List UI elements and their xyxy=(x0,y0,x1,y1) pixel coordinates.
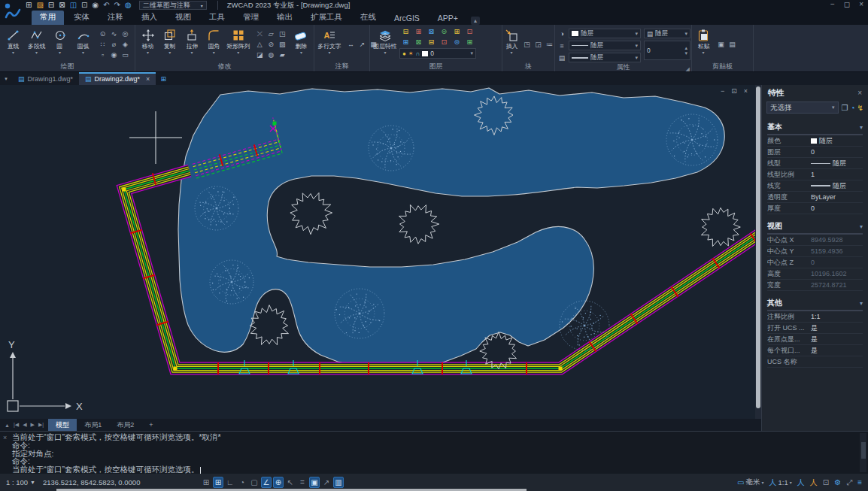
layout-nav-icon[interactable]: ▲ xyxy=(5,423,10,428)
small-tool-icon[interactable]: ⤫ xyxy=(254,29,266,39)
document-tab-Drawing2dwg[interactable]: ▤Drawing2.dwg*× xyxy=(79,72,156,85)
cycle-icon[interactable]: ↗ xyxy=(321,477,332,488)
property-row[interactable]: 线宽随层 xyxy=(767,180,863,192)
command-scrollbar[interactable] xyxy=(860,433,866,472)
annotation-autoscale-icon[interactable]: 人 xyxy=(810,477,818,488)
workspace-dropdown[interactable]: 二维草图与注释 ▾ xyxy=(139,1,207,10)
quick-calc-icon[interactable]: ↯ xyxy=(857,104,863,112)
property-row[interactable]: 图层0 xyxy=(767,147,863,158)
small-tool-icon[interactable]: ▫ xyxy=(97,50,108,60)
preview-icon[interactable]: ◉ xyxy=(92,2,99,9)
layer-tool-icon[interactable]: ⊡ xyxy=(463,26,476,37)
property-row[interactable]: 宽度25724.8721 xyxy=(767,280,863,291)
small-tool-icon[interactable]: ↔ xyxy=(345,39,357,50)
new-file-icon[interactable]: ⊞ xyxy=(26,2,32,9)
property-row[interactable]: 线型比例1 xyxy=(767,169,863,180)
small-tool-icon[interactable]: ∷ xyxy=(97,39,108,50)
property-dropdown[interactable]: 随层▾ xyxy=(569,53,641,62)
layout-tab-布局2[interactable]: 布局2 xyxy=(109,419,141,431)
annotation-visibility-icon[interactable]: 人 xyxy=(797,477,805,488)
ribbon-button-polyline[interactable]: 多段线▾ xyxy=(26,26,47,62)
ribbon-tab-输出[interactable]: 输出 xyxy=(269,11,301,25)
layer-tool-icon[interactable]: ⊞ xyxy=(412,26,425,37)
ribbon-button-mtext[interactable]: A多行文字▾ xyxy=(317,26,342,62)
small-tool-icon[interactable]: ⊘ xyxy=(266,39,277,50)
dyn-input-icon[interactable]: ⊕ xyxy=(273,477,284,488)
small-tool-icon[interactable]: ≔ xyxy=(544,39,555,50)
chevron-down-icon[interactable]: ▾ xyxy=(860,223,863,230)
ribbon-tab-在线[interactable]: 在线 xyxy=(352,11,384,25)
ribbon-tab-插入[interactable]: 插入 xyxy=(133,11,165,25)
maximize-icon[interactable]: ◻ xyxy=(844,0,850,8)
property-row[interactable]: 高度10196.1602 xyxy=(767,268,863,280)
polar-icon[interactable]: ◔ xyxy=(237,477,247,488)
layer-tool-icon[interactable]: ⊜ xyxy=(438,26,451,37)
ducs-icon[interactable]: ↖ xyxy=(285,477,296,488)
close-icon[interactable]: × xyxy=(3,434,7,441)
ribbon-tab-工具[interactable]: 工具 xyxy=(201,11,233,25)
property-row[interactable]: 注释比例1:1 xyxy=(767,311,863,323)
document-tab-Drawing1dwg[interactable]: ▤Drawing1.dwg* xyxy=(12,72,79,85)
property-row[interactable]: 在原点显...是 xyxy=(767,334,863,345)
save-icon[interactable]: ⊟ xyxy=(48,2,54,9)
print-icon[interactable]: ⊡ xyxy=(81,2,87,9)
layout-nav-icon[interactable]: ▶ xyxy=(31,422,35,428)
small-tool-icon[interactable]: ◪ xyxy=(254,50,266,60)
layout-tab-布局1[interactable]: 布局1 xyxy=(77,419,109,431)
ribbon-tab-实体[interactable]: 实体 xyxy=(65,11,98,25)
layer-tool-icon[interactable]: ⊞ xyxy=(451,26,463,37)
ribbon-tab-APP+[interactable]: APP+ xyxy=(429,12,466,25)
selection-dropdown[interactable]: 无选择 ▾ xyxy=(766,102,839,114)
ribbon-button-paste[interactable]: 粘贴▾ xyxy=(694,26,712,62)
ortho-icon[interactable]: ∟ xyxy=(225,477,235,488)
layer-dropdown[interactable]: ●✶∩0▾ xyxy=(399,48,476,59)
small-tool-icon[interactable]: ▤ xyxy=(727,39,738,50)
dialog-launcher-icon[interactable]: ◢ xyxy=(686,64,690,74)
layout-nav-icon[interactable]: ◀ xyxy=(23,422,26,428)
spinner-arrows-icon[interactable]: ▴▾ xyxy=(684,45,687,56)
small-tool-icon[interactable]: △ xyxy=(254,39,266,50)
ribbon-button-line[interactable]: 直线▾ xyxy=(2,26,24,62)
layer-tool-icon[interactable]: ⊠ xyxy=(412,37,425,47)
menu-icon[interactable]: ≡ xyxy=(857,478,862,486)
ribbon-collapse-icon[interactable]: ▴ xyxy=(471,17,480,25)
grid-icon[interactable]: ⊞ xyxy=(201,477,211,488)
command-line-panel[interactable]: × 当前处于“窗口”套索模式，按空格键可循环浏览选项。*取消*命令:指定对角点:… xyxy=(0,431,868,474)
minimize-icon[interactable]: − xyxy=(830,0,835,8)
property-row[interactable]: 中心点 Y5159.4936 xyxy=(767,246,863,257)
layer-tool-icon[interactable]: ⊟ xyxy=(399,26,412,37)
ribbon-tab-视图[interactable]: 视图 xyxy=(167,11,199,25)
viewport-scale-dropdown[interactable]: 1 : 100 ▼ xyxy=(6,478,35,486)
ribbon-button-move[interactable]: 移动▾ xyxy=(138,26,158,62)
fullscreen-icon[interactable]: ⤢ xyxy=(846,478,852,487)
layer-tool-icon[interactable]: ⊠ xyxy=(425,26,438,37)
layout-nav-icon[interactable]: |◀ xyxy=(14,422,19,428)
scrollbar-thumb[interactable] xyxy=(756,86,760,408)
property-row[interactable]: UCS 名称 xyxy=(767,356,863,368)
small-tool-icon[interactable]: ◎ xyxy=(120,29,131,39)
undo-icon[interactable]: ↶ xyxy=(103,2,109,9)
ribbon-button-erase[interactable]: 删除▾ xyxy=(291,26,311,62)
viewport-minimize-icon[interactable]: − xyxy=(721,87,724,95)
ribbon-button-layers[interactable]: 图层特性▾ xyxy=(372,26,398,62)
property-dropdown[interactable]: 随层▾ xyxy=(569,41,641,50)
chevron-down-icon[interactable]: ▾ xyxy=(860,300,863,307)
layout-tab-模型[interactable]: 模型 xyxy=(48,419,77,431)
property-dropdown[interactable]: 随层▾ xyxy=(569,29,641,38)
viewport-close-icon[interactable]: × xyxy=(744,87,748,95)
save-as-icon[interactable]: ⊠ xyxy=(59,2,65,9)
small-tool-icon[interactable]: ◳ xyxy=(277,29,288,39)
small-tool-icon[interactable]: ∿ xyxy=(108,29,120,39)
units-display[interactable]: ▭毫米▾ xyxy=(737,477,763,487)
layout-tab-+[interactable]: + xyxy=(141,419,160,431)
quick-copy-icon[interactable]: ❐ xyxy=(842,104,848,112)
ribbon-tab-常用[interactable]: 常用 xyxy=(32,11,64,25)
ribbon-button-insert[interactable]: 插入▾ xyxy=(505,26,518,62)
annotation-icon[interactable]: ▥ xyxy=(333,477,344,488)
scrollbar-thumb[interactable] xyxy=(861,442,866,459)
osnap-icon[interactable]: ▢ xyxy=(249,477,259,488)
annotation-scale-icon[interactable]: 人1:1▾ xyxy=(769,477,792,488)
layer-tool-icon[interactable]: ⊞ xyxy=(399,37,412,47)
small-tool-icon[interactable]: ▰ xyxy=(277,50,288,60)
online-icon[interactable]: ◍ xyxy=(125,2,132,9)
